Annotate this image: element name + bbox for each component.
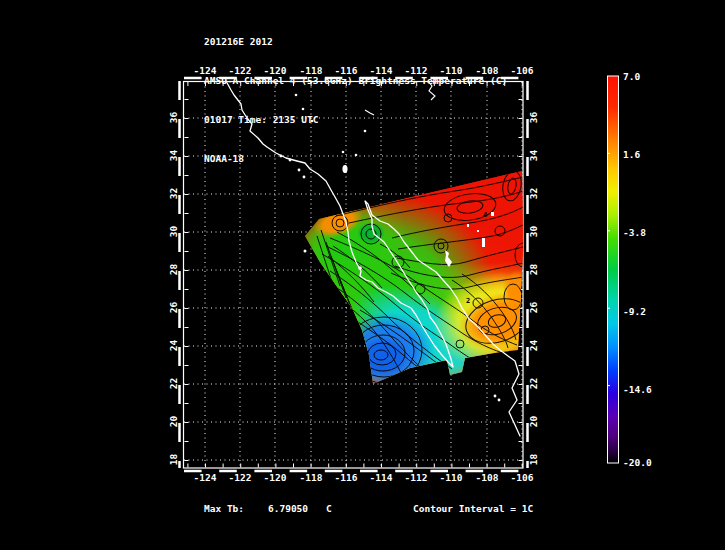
- colorbar-gradient: [608, 76, 619, 463]
- lon-label-bottom: -116: [329, 472, 363, 483]
- lon-label-bottom: -122: [223, 472, 257, 483]
- contour-value-label: 4: [483, 211, 487, 219]
- lat-label-left: 18: [168, 445, 179, 475]
- lon-label-bottom: -110: [434, 472, 468, 483]
- title-block: 201216E 2012 AMSU-A Channel 4 (53.6GHz) …: [204, 9, 507, 191]
- max-tb-unit: C: [326, 503, 332, 514]
- lat-label-right: 26: [528, 293, 539, 323]
- lat-label-left: 30: [168, 217, 179, 247]
- satellite-line: NOAA-18: [204, 152, 507, 165]
- colorbar-tick-label: 7.0: [623, 71, 663, 82]
- lon-label-top: -110: [434, 65, 468, 76]
- storm-id-line: 201216E 2012: [204, 35, 507, 48]
- lat-label-right: 20: [528, 407, 539, 437]
- lat-label-right: 28: [528, 255, 539, 285]
- colorbar: [607, 76, 619, 463]
- lat-label-right: 32: [528, 179, 539, 209]
- lon-label-bottom: -108: [470, 472, 504, 483]
- lon-label-top: -108: [470, 65, 504, 76]
- colorbar-tick-label: -14.6: [623, 384, 663, 395]
- lat-label-left: 26: [168, 293, 179, 323]
- lon-label-top: -116: [329, 65, 363, 76]
- lon-label-top: -118: [294, 65, 328, 76]
- lat-label-left: 28: [168, 255, 179, 285]
- lon-label-top: -114: [364, 65, 398, 76]
- colorbar-tick-label: -20.0: [623, 457, 663, 468]
- lat-label-right: 18: [528, 445, 539, 475]
- max-tb-label: Max Tb:: [204, 503, 244, 514]
- lon-label-bottom: -112: [399, 472, 433, 483]
- lon-label-bottom: -118: [294, 472, 328, 483]
- lon-label-bottom: -124: [188, 472, 222, 483]
- lon-label-bottom: -114: [364, 472, 398, 483]
- lat-label-right: 22: [528, 369, 539, 399]
- lon-label-top: -120: [258, 65, 292, 76]
- lon-label-top: -122: [223, 65, 257, 76]
- lat-label-right: 30: [528, 217, 539, 247]
- contour-interval-label: Contour Interval = 1C: [413, 503, 533, 514]
- lat-label-left: 34: [168, 141, 179, 171]
- colorbar-tick-label: 1.6: [623, 149, 663, 160]
- lon-label-bottom: -120: [258, 472, 292, 483]
- lat-label-right: 36: [528, 103, 539, 133]
- contour-value-label: 2: [466, 297, 470, 305]
- max-tb-value: 6.79050: [268, 503, 308, 514]
- colorbar-tick-label: -3.8: [623, 227, 663, 238]
- lon-label-top: -106: [505, 65, 539, 76]
- lat-label-right: 34: [528, 141, 539, 171]
- lat-label-left: 20: [168, 407, 179, 437]
- lon-label-top: -124: [188, 65, 222, 76]
- datetime-line: 01017 Time: 2135 UTC: [204, 113, 507, 126]
- lat-label-left: 32: [168, 179, 179, 209]
- figure-canvas: 4 2: [0, 0, 725, 550]
- lat-label-left: 22: [168, 369, 179, 399]
- lat-label-right: 24: [528, 331, 539, 361]
- lon-label-top: -112: [399, 65, 433, 76]
- colorbar-tick-label: -9.2: [623, 306, 663, 317]
- lat-label-left: 24: [168, 331, 179, 361]
- lat-label-left: 36: [168, 103, 179, 133]
